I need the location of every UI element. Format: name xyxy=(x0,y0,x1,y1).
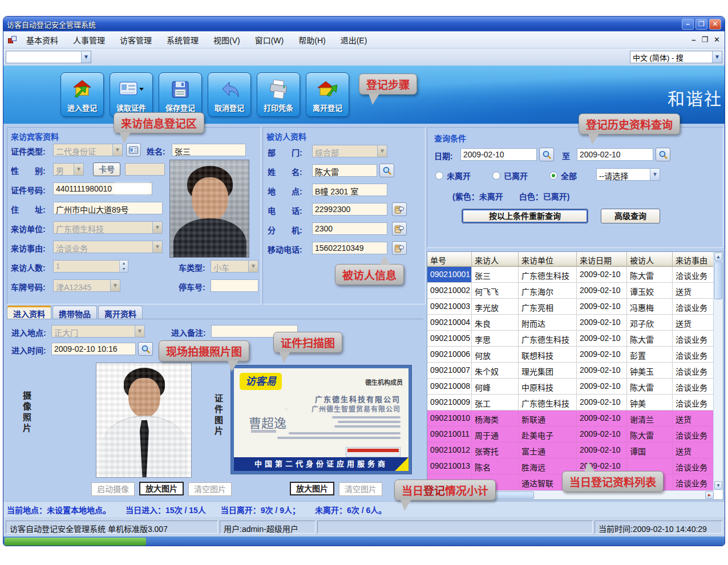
chevron-down-icon[interactable]: ▼ xyxy=(74,164,83,175)
mdi-restore-icon[interactable]: ❐ xyxy=(701,35,708,44)
visitor-name-field[interactable]: 张三 xyxy=(172,144,246,156)
radio-icon[interactable] xyxy=(492,172,500,180)
entry-location-combo[interactable]: 正大门▼ xyxy=(51,325,145,338)
plate-combo[interactable]: 津A12345▼ xyxy=(53,279,120,292)
chevron-down-icon[interactable]: ▼ xyxy=(377,145,387,157)
date-to-field[interactable]: 2009-02-10 xyxy=(577,148,653,161)
scroll-up-icon[interactable]: ▲ xyxy=(714,253,722,261)
vehicle-type-combo[interactable]: 小车▼ xyxy=(211,260,258,273)
tab-leave-info[interactable]: 离开资料 xyxy=(98,306,143,319)
table-row[interactable]: 090210007朱个奴理光集团2009-02-10钟美玉洽谈业务 xyxy=(427,363,723,379)
menu-help[interactable]: 帮助(H) xyxy=(298,34,325,46)
print-ticket-button[interactable]: 打印凭条 xyxy=(257,72,300,117)
date-from-field[interactable]: 2009-02-10 xyxy=(460,148,537,161)
parking-field[interactable] xyxy=(211,279,258,292)
save-register-button[interactable]: 保存登记 xyxy=(159,72,202,117)
table-row[interactable]: 090210010杨海类新联通2009-02-10谢清兰送货 xyxy=(427,410,723,426)
radio-icon[interactable] xyxy=(435,172,443,180)
column-header[interactable]: 来访事由 xyxy=(673,252,714,267)
scroll-down-icon[interactable]: ▼ xyxy=(714,481,722,490)
advanced-query-button[interactable]: 高级查询 xyxy=(601,209,660,223)
leave-register-button[interactable]: 离开登记 xyxy=(306,72,349,117)
table-row[interactable]: 090210011周于通赴美电子2009-02-10陈大雷洽谈业务 xyxy=(427,426,723,442)
mdi-close-icon[interactable]: ✕ xyxy=(714,35,720,44)
table-row[interactable]: 090210012张寄托富士通2009-02-10谭国送货 xyxy=(427,442,723,458)
zoom-photo-button[interactable]: 放大图片 xyxy=(139,482,184,495)
cancel-register-button[interactable]: 取消登记 xyxy=(208,72,251,117)
visit-reason-combo[interactable]: 洽谈业务▼ xyxy=(53,241,163,253)
filter-combo[interactable]: --请选择▼ xyxy=(596,168,660,181)
table-row[interactable]: 090210006何放联想科技2009-02-10彭置洽谈业务 xyxy=(427,347,723,363)
mdi-minimize-icon[interactable]: – xyxy=(691,35,695,44)
tab-entry-info[interactable]: 进入资料 xyxy=(7,306,51,319)
radio-left[interactable]: 已离开 xyxy=(492,170,528,181)
close-button[interactable]: ✕ xyxy=(709,19,721,30)
tab-carried-items[interactable]: 携带物品 xyxy=(52,306,97,319)
date-from-picker-button[interactable] xyxy=(539,148,554,161)
table-row[interactable]: 090210004朱良附而达2009-02-10邓子欣送货 xyxy=(427,315,723,331)
radio-selected-icon[interactable] xyxy=(549,172,557,180)
menu-system[interactable]: 系统管理 xyxy=(167,34,199,46)
ext-field[interactable]: 2300 xyxy=(312,222,387,235)
table-row[interactable]: 090210005李思广东德生科技2009-02-10陈大雷洽谈业务 xyxy=(427,331,723,347)
requery-button[interactable]: 按以上条件重新查询 xyxy=(462,209,588,223)
column-header[interactable]: 被访人 xyxy=(627,252,673,267)
quick-select-combo[interactable]: ▼ xyxy=(6,51,91,63)
search-visitee-button[interactable] xyxy=(379,164,394,177)
menu-window[interactable]: 窗口(W) xyxy=(255,34,284,46)
menu-visitor[interactable]: 访客管理 xyxy=(120,34,152,46)
menu-exit[interactable]: 退出(E) xyxy=(341,34,367,46)
chevron-down-icon[interactable]: ▼ xyxy=(650,169,660,180)
title-bar[interactable]: 访客自动登记安全管理系统 – ❐ ✕ xyxy=(3,17,725,31)
restore-button[interactable]: ❐ xyxy=(695,19,707,30)
address-field[interactable]: 广州市中山大道89号 xyxy=(53,202,163,214)
menu-view[interactable]: 视图(V) xyxy=(213,34,240,46)
start-camera-button[interactable]: 启动摄像 xyxy=(91,482,135,496)
visitee-name-field[interactable]: 陈大雷 xyxy=(312,164,377,177)
phone-field[interactable]: 22992300 xyxy=(312,203,387,216)
mdi-window-controls[interactable]: –❐✕ xyxy=(691,35,720,44)
column-header[interactable]: 单号 xyxy=(427,252,472,267)
table-header[interactable]: 单号来访人来访单位来访日期被访人来访事由 xyxy=(427,252,723,267)
language-combo[interactable]: 中文 (简体) - 搜 ▼ xyxy=(630,51,722,63)
stepper-arrows-icon[interactable]: ▲▼ xyxy=(119,261,128,272)
minimize-button[interactable]: – xyxy=(682,19,694,30)
table-row[interactable]: 090210008何峰中原科技2009-02-10陈大雷洽谈业务 xyxy=(427,379,723,395)
vertical-scrollbar[interactable]: ▲ ▼ xyxy=(713,252,723,490)
menu-hr[interactable]: 人事管理 xyxy=(73,34,105,46)
chevron-down-icon[interactable]: ▼ xyxy=(248,261,258,272)
chevron-down-icon[interactable]: ▼ xyxy=(110,280,120,291)
mobile-field[interactable]: 15602210349 xyxy=(312,242,387,254)
enter-register-button[interactable]: 进入登记 xyxy=(60,72,104,117)
zoom-card-button[interactable]: 放大图片 xyxy=(290,482,334,495)
radio-all[interactable]: 全部 xyxy=(549,170,577,181)
dept-combo[interactable]: 综合部▼ xyxy=(312,145,387,157)
visitor-count-stepper[interactable]: 1 ▲▼ xyxy=(53,260,128,273)
menu-basic-data[interactable]: 基本资料 xyxy=(26,34,58,46)
table-row[interactable]: 090210001张三广东德生科技2009-02-10陈大雷洽谈业务 xyxy=(427,267,723,283)
chevron-down-icon[interactable]: ▼ xyxy=(81,51,91,63)
dial-ext-button[interactable] xyxy=(392,222,407,235)
column-header[interactable]: 来访日期 xyxy=(577,252,627,267)
scroll-right-icon[interactable]: ► xyxy=(705,491,714,499)
date-to-picker-button[interactable] xyxy=(656,148,670,161)
location-field[interactable]: B幢 2301 室 xyxy=(312,184,387,196)
table-row[interactable]: 090210003李光放广东亮相2009-02-10冯惠梅洽谈业务 xyxy=(427,299,723,315)
gender-combo[interactable]: 男▼ xyxy=(53,163,84,176)
dial-mobile-button[interactable] xyxy=(392,241,407,255)
chevron-down-icon[interactable]: ▼ xyxy=(135,326,144,337)
clear-card-button[interactable]: 清空图片 xyxy=(339,482,382,496)
entry-time-field[interactable]: 2009-02-10 10:16 xyxy=(51,343,136,355)
clear-photo-button[interactable]: 清空图片 xyxy=(188,482,232,496)
column-header[interactable]: 来访单位 xyxy=(519,252,577,267)
id-type-combo[interactable]: 二代身份证▼ xyxy=(53,144,123,156)
entry-time-picker-button[interactable] xyxy=(138,342,153,356)
chevron-down-icon[interactable]: ▼ xyxy=(152,222,162,233)
card-number-field[interactable] xyxy=(125,163,165,176)
scrollbar-thumb[interactable] xyxy=(714,262,722,299)
table-row[interactable]: 090210002何飞飞广东海尔2009-02-10谭玉姣送货 xyxy=(427,283,723,299)
card-number-button[interactable]: 卡号 xyxy=(93,162,120,176)
radio-not-left[interactable]: 未离开 xyxy=(435,170,471,181)
column-header[interactable]: 来访人 xyxy=(472,252,519,267)
dial-phone-button[interactable] xyxy=(392,202,407,216)
